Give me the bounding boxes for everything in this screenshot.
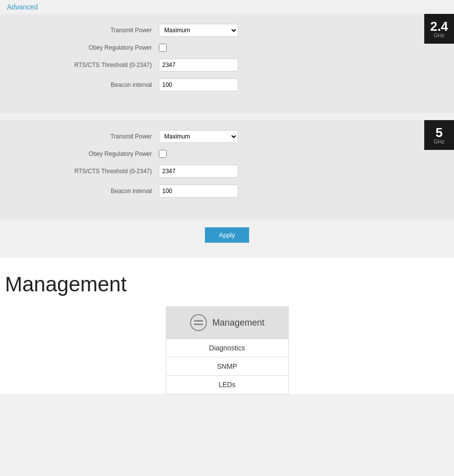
management-icon: [190, 314, 207, 332]
band-5-unit: GHz: [434, 139, 445, 144]
apply-button[interactable]: Apply: [205, 227, 249, 243]
band-5-rts-input[interactable]: [159, 165, 238, 178]
band-24-rts-label: RTS/CTS Threshold (0-2347): [0, 62, 159, 68]
band-5-rts-label: RTS/CTS Threshold (0-2347): [0, 168, 159, 175]
panel-separator: [0, 113, 454, 120]
band-24-transmit-power-group: Transmit Power Maximum High Medium Low: [0, 24, 454, 37]
band-24-transmit-power-label: Transmit Power: [0, 27, 159, 34]
band-24-obey-regulatory-label: Obey Regulatory Power: [0, 44, 159, 51]
band-24-panel: 2.4 GHz Transmit Power Maximum High Medi…: [0, 14, 454, 113]
band-5-transmit-power-label: Transmit Power: [0, 133, 159, 140]
band-5-obey-regulatory-group: Obey Regulatory Power: [0, 150, 454, 158]
advanced-section: Advanced 2.4 GHz Transmit Power Maximum …: [0, 0, 454, 258]
band-24-badge: 2.4 GHz: [424, 14, 454, 44]
management-item-snmp[interactable]: SNMP: [166, 357, 288, 376]
band-24-unit: GHz: [434, 33, 445, 38]
management-card: Management Diagnostics SNMP LEDs: [166, 306, 289, 394]
band-24-beacon-group: Beacon interval: [0, 78, 454, 91]
management-item-leds[interactable]: LEDs: [166, 376, 288, 394]
band-5-obey-regulatory-checkbox[interactable]: [159, 150, 167, 158]
management-item-diagnostics[interactable]: Diagnostics: [166, 339, 288, 357]
svg-rect-2: [194, 324, 203, 325]
band-5-badge: 5 GHz: [424, 120, 454, 150]
band-5-freq: 5: [436, 126, 443, 139]
svg-point-0: [191, 315, 206, 331]
band-5-beacon-input[interactable]: [159, 185, 238, 198]
management-section: Management Management Diagnostics SNMP L…: [0, 258, 454, 394]
band-24-rts-input[interactable]: [159, 59, 238, 71]
band-5-transmit-power-group: Transmit Power Maximum High Medium Low: [0, 130, 454, 143]
band-24-rts-group: RTS/CTS Threshold (0-2347): [0, 59, 454, 71]
band-24-beacon-label: Beacon interval: [0, 81, 159, 88]
page-title: Advanced: [0, 0, 454, 14]
band-24-obey-regulatory-checkbox[interactable]: [159, 44, 167, 52]
band-5-transmit-power-select[interactable]: Maximum High Medium Low: [159, 130, 238, 143]
svg-rect-1: [194, 320, 203, 322]
band-5-obey-regulatory-label: Obey Regulatory Power: [0, 150, 159, 157]
band-24-obey-regulatory-group: Obey Regulatory Power: [0, 44, 454, 52]
band-24-transmit-power-select[interactable]: Maximum High Medium Low: [159, 24, 238, 37]
management-card-title: Management: [212, 318, 264, 328]
management-card-header: Management: [166, 307, 288, 339]
band-24-beacon-input[interactable]: [159, 78, 238, 91]
apply-area: Apply: [0, 219, 454, 253]
band-24-freq: 2.4: [430, 20, 448, 33]
band-5-panel: 5 GHz Transmit Power Maximum High Medium…: [0, 120, 454, 219]
band-5-beacon-label: Beacon interval: [0, 188, 159, 195]
band-5-rts-group: RTS/CTS Threshold (0-2347): [0, 165, 454, 178]
band-5-beacon-group: Beacon interval: [0, 185, 454, 198]
management-title: Management: [0, 268, 454, 306]
